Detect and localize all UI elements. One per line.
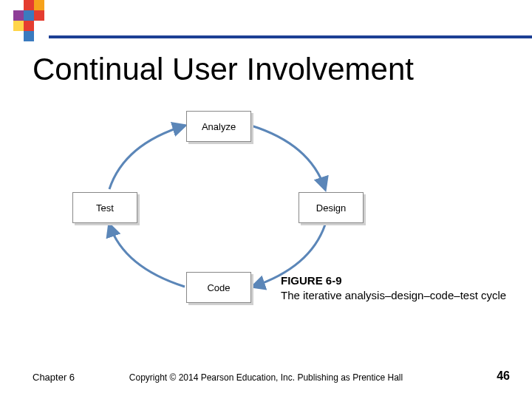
slide: Continual User Involvement Analyze Desig… — [0, 0, 532, 399]
node-design: Design — [299, 192, 364, 223]
figure-text: The iterative analysis–design–code–test … — [281, 289, 506, 301]
copyright-text: Copyright © 2014 Pearson Education, Inc.… — [0, 372, 532, 383]
page-number: 46 — [497, 369, 510, 383]
node-analyze: Analyze — [186, 111, 251, 142]
node-test: Test — [72, 192, 137, 223]
slide-title: Continual User Involvement — [33, 52, 414, 87]
figure-label: FIGURE 6-9 — [281, 274, 342, 287]
header-divider — [49, 35, 532, 38]
node-code: Code — [186, 272, 251, 303]
figure-caption: FIGURE 6-9 The iterative analysis–design… — [281, 273, 525, 302]
